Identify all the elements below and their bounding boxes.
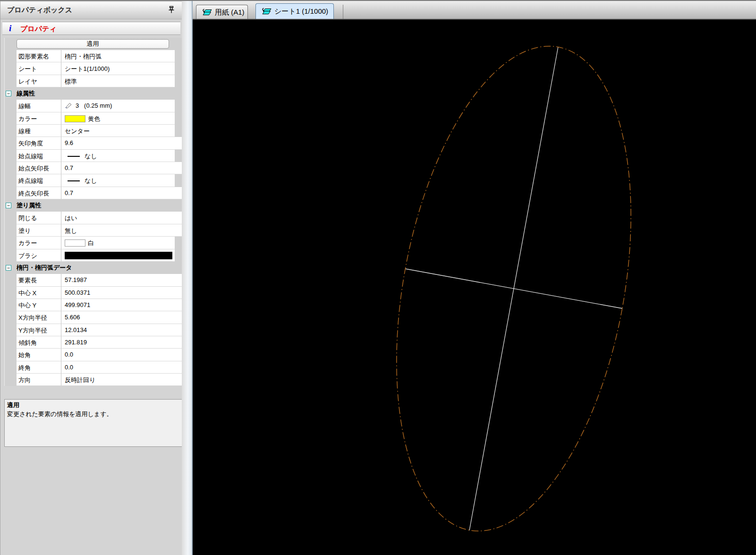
row-value[interactable]: 500.0371 [61,287,183,299]
row-value-text: 0.7 [65,164,73,171]
row-gutter [5,187,17,199]
row-gutter [5,336,17,349]
sheet-icon [262,8,272,15]
brush-swatch-bar[interactable] [65,252,172,259]
help-box: 適用 変更された要素の情報を適用します。 [4,399,182,447]
property-row: 線幅3 (0.25 mm) [5,100,182,112]
row-value-text: 白 [88,239,94,247]
tab-1[interactable]: 用紙 (A1) [196,5,248,19]
row-value[interactable]: 白 [61,237,175,249]
row-label: 始点矢印長 [17,162,61,174]
row-gutter [5,299,17,311]
collapse-minus-icon[interactable]: − [6,265,11,271]
tab-divider [343,5,343,19]
canvas-area: 用紙 (A1)シート1 (1/1000) [193,1,756,555]
row-label: 中心 X [17,287,61,299]
property-row: シートシート1(1/1000) [5,62,182,75]
row-value[interactable]: 9.6 [61,137,183,149]
property-row: 閉じるはい [5,212,182,224]
section-header: −塗り属性 [5,199,182,212]
row-value[interactable]: 標準 [61,75,175,87]
row-value[interactable]: 楕円・楕円弧 [61,50,175,62]
row-value-text: 標準 [65,78,77,85]
row-value-text: 0.0 [65,351,73,358]
row-gutter [5,137,17,149]
row-value[interactable]: 反時計回り [61,374,183,386]
panel-splitter[interactable] [182,1,193,555]
tab-label: シート1 (1/1000) [274,7,328,15]
row-value[interactable]: はい [61,212,183,224]
row-gutter [5,349,17,361]
row-gutter [5,174,17,187]
collapse-minus-icon[interactable]: − [6,203,11,208]
row-label: 方向 [17,374,61,386]
row-label: カラー [17,237,61,249]
row-value-text: 黄色 [88,115,100,122]
row-value[interactable]: 5.606 [61,311,183,324]
row-value[interactable]: 57.1987 [61,274,183,286]
row-value[interactable]: 無し [61,224,183,237]
row-label: 線幅 [17,100,61,112]
row-label: 始点線端 [17,150,61,162]
row-value-text: 反時計回り [65,376,95,384]
row-gutter [5,274,17,286]
property-row: 終角0.0 [5,361,182,374]
sheet-icon [202,9,212,16]
property-row: 始点線端なし [5,150,182,162]
row-value[interactable]: 黄色 [61,112,175,125]
row-value[interactable]: 0.7 [61,162,183,174]
line-end-none-icon [68,180,80,181]
row-gutter [5,249,17,262]
tab-2[interactable]: シート1 (1/1000) [255,3,334,19]
row-label: カラー [17,112,61,125]
property-row: 図形要素名楕円・楕円弧 [5,50,182,62]
property-row: 方向反時計回り [5,374,182,386]
apply-button[interactable]: 適用 [17,39,169,49]
collapse-minus-icon[interactable]: − [6,91,11,96]
row-label: 図形要素名 [17,50,61,62]
property-row: ブラシ [5,249,182,262]
property-row: 中心 Y499.9071 [5,299,182,311]
property-row: 塗り無し [5,224,182,237]
row-label: 矢印角度 [17,137,61,149]
row-value[interactable]: なし [61,174,175,187]
row-value[interactable]: なし [61,150,175,162]
row-value[interactable]: 3 (0.25 mm) [61,100,175,112]
section-label: 楕円・楕円弧データ [17,264,72,272]
row-label: Y方向半径 [17,324,61,336]
row-gutter [5,75,17,87]
color-swatch[interactable] [65,239,85,247]
row-value-text: 楕円・楕円弧 [65,53,102,60]
row-value-text: シート1(1/1000) [65,65,110,72]
row-value-text: 499.9071 [65,301,90,308]
row-label: 終角 [17,361,61,374]
row-value-text: 0.0 [65,364,73,371]
row-gutter [5,162,17,174]
pin-icon[interactable] [168,6,175,14]
row-value[interactable]: 0.0 [61,349,183,361]
row-value-text: なし [85,177,97,184]
drawing-canvas[interactable] [193,20,756,555]
row-label: 閉じる [17,212,61,224]
property-row: レイヤ標準 [5,75,182,87]
row-label: 始角 [17,349,61,361]
row-gutter [5,150,17,162]
row-value[interactable]: 0.0 [61,361,183,374]
row-gutter [5,125,17,137]
row-label: 要素長 [17,274,61,286]
property-row: 中心 X500.0371 [5,287,182,299]
color-swatch[interactable] [65,115,85,122]
row-value[interactable]: シート1(1/1000) [61,62,175,75]
row-value[interactable]: 12.0134 [61,324,183,336]
property-box-panel: プロパティボックス i プロパティ 適用図形要素名楕円・楕円弧シートシート1(1… [0,1,182,555]
canvas-background [193,20,756,555]
row-value[interactable] [61,249,175,262]
row-value[interactable]: 0.7 [61,187,183,199]
row-value[interactable]: 291.819 [61,336,183,349]
property-row: 傾斜角291.819 [5,336,182,349]
property-row: 線種センター [5,125,182,137]
row-value[interactable]: センター [61,125,175,137]
row-value[interactable]: 499.9071 [61,299,183,311]
property-row: 要素長57.1987 [5,274,182,286]
section-label: 塗り属性 [17,201,41,210]
